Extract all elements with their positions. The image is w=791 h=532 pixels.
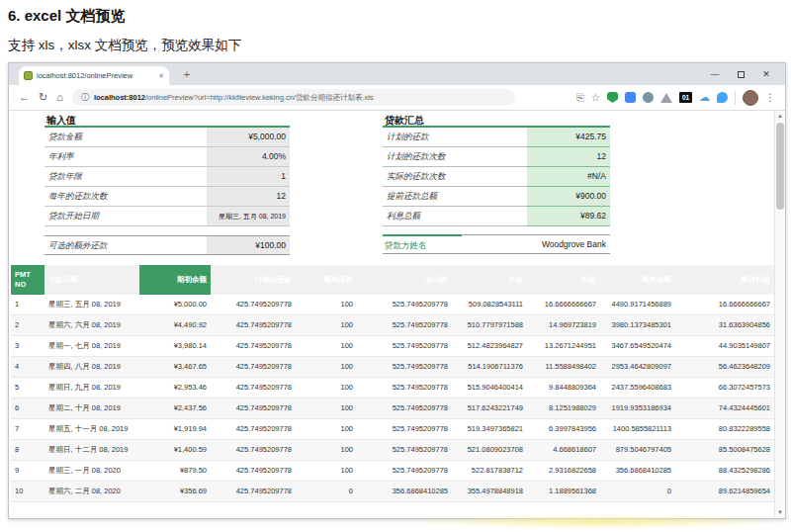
new-tab-button[interactable]: + bbox=[179, 67, 195, 83]
shield-extension-icon[interactable] bbox=[607, 92, 618, 103]
close-button[interactable]: ✕ bbox=[753, 63, 779, 85]
schedule-cell: 425.7495209778 bbox=[211, 440, 296, 461]
input-row: 贷款开始日期星期三, 五月 08, 2019 bbox=[44, 207, 290, 226]
schedule-cell: ¥356.69 bbox=[139, 482, 211, 502]
field-value: 1 bbox=[207, 167, 290, 186]
extra-payment-value: ¥100.00 bbox=[207, 236, 290, 254]
field-value: 星期三, 五月 08, 2019 bbox=[207, 207, 290, 225]
vertical-scrollbar[interactable]: ▲ ▼ bbox=[774, 111, 785, 518]
summary-row: 计划的还款次数12 bbox=[383, 147, 610, 167]
profile-avatar[interactable] bbox=[743, 90, 758, 106]
schedule-cell: 66.3072457573 bbox=[675, 378, 774, 399]
schedule-cell: 525.7495209778 bbox=[357, 295, 452, 315]
scrollbar-up-icon[interactable]: ▲ bbox=[775, 111, 785, 122]
schedule-cell: 星期六, 六月 08, 2019 bbox=[44, 315, 139, 336]
field-label: 实际的还款次数 bbox=[383, 167, 527, 186]
pmt-no-cell: 8 bbox=[11, 440, 44, 461]
menu-dots-icon[interactable]: ⋮ bbox=[765, 93, 775, 103]
schedule-cell: 88.4325298286 bbox=[675, 461, 774, 482]
schedule-cell: ¥1,919.94 bbox=[139, 419, 211, 440]
schedule-cell: 星期五, 十一月 08, 2019 bbox=[44, 419, 139, 440]
badge-01-extension-icon[interactable]: 01 bbox=[679, 92, 692, 103]
schedule-cell: 525.7495209778 bbox=[357, 315, 452, 336]
circle-extension-icon[interactable] bbox=[643, 92, 654, 103]
schedule-cell: 1400.5855821113 bbox=[600, 419, 675, 440]
field-label: 利息总额 bbox=[383, 207, 527, 225]
field-label: 提前还款总额 bbox=[383, 187, 527, 206]
docs-extension-icon[interactable] bbox=[625, 92, 636, 103]
schedule-cell: 425.7495209778 bbox=[211, 336, 296, 357]
field-value: 12 bbox=[207, 187, 290, 206]
amortization-schedule-table: PMT NO付款日期期初余额计划的还款额外还款总付款本金利息期末余额累计利息 1… bbox=[11, 265, 774, 502]
bookmark-star-icon[interactable]: ☆ bbox=[591, 93, 600, 103]
schedule-cell: 425.7495209778 bbox=[211, 419, 296, 440]
schedule-cell: 16.6666666667 bbox=[675, 295, 774, 315]
schedule-cell: 16.6666666667 bbox=[527, 295, 600, 315]
maximize-button[interactable] bbox=[728, 63, 753, 85]
url-host: localhost:8012 bbox=[94, 93, 145, 102]
loan-summary-table: 计划的还款¥425.75计划的还款次数12实际的还款次数#N/A提前还款总额¥9… bbox=[383, 126, 610, 226]
home-icon[interactable]: ⌂ bbox=[56, 92, 63, 103]
schedule-cell: 100 bbox=[296, 378, 357, 399]
doc-heading: 6. excel 文档预览 bbox=[8, 7, 125, 26]
minimize-button[interactable]: — bbox=[702, 63, 728, 85]
schedule-cell: 3467.6549520474 bbox=[600, 336, 675, 357]
bird-extension-icon[interactable] bbox=[717, 92, 728, 103]
address-bar[interactable]: ⓘ localhost:8012/onlinePreview?url=http:… bbox=[72, 89, 515, 106]
schedule-row: 9星期三, 一月 08, 2020¥879.50425.749520977810… bbox=[11, 461, 774, 482]
schedule-cell: 514.1906711376 bbox=[452, 357, 527, 378]
schedule-row: 4星期四, 八月 08, 2019¥3,467.65425.7495209778… bbox=[11, 357, 774, 378]
schedule-col-header: 总付款 bbox=[357, 265, 452, 295]
scrollbar-down-icon[interactable]: ▼ bbox=[775, 507, 785, 518]
schedule-col-header: 期初余额 bbox=[139, 265, 211, 295]
schedule-cell: 100 bbox=[296, 461, 357, 482]
schedule-cell: 425.7495209778 bbox=[211, 357, 296, 378]
lender-label: 贷款方姓名 bbox=[383, 234, 462, 254]
schedule-cell: 525.7495209778 bbox=[357, 336, 452, 357]
schedule-cell: 星期四, 八月 08, 2019 bbox=[44, 357, 139, 378]
input-row: 贷款年限1 bbox=[44, 167, 290, 187]
schedule-cell: 56.4623648209 bbox=[675, 357, 774, 378]
schedule-cell: 509.0828543111 bbox=[452, 295, 527, 315]
field-value: 4.00% bbox=[207, 147, 290, 166]
schedule-row: 3星期一, 七月 08, 2019¥3,980.14425.7495209778… bbox=[11, 336, 774, 357]
toolbar-separator bbox=[735, 91, 736, 105]
field-label: 计划的还款 bbox=[383, 128, 527, 146]
schedule-cell: 9.8448809364 bbox=[527, 378, 600, 399]
schedule-cell: 1.1889561368 bbox=[527, 482, 600, 502]
cloud-extension-icon[interactable]: ☁ bbox=[699, 92, 710, 103]
schedule-cell: ¥1,400.59 bbox=[139, 440, 211, 461]
input-row: 贷款金额¥5,000.00 bbox=[44, 128, 290, 147]
schedule-cell: 522.817838712 bbox=[452, 461, 527, 482]
schedule-cell: 星期三, 五月 08, 2019 bbox=[44, 295, 139, 315]
browser-tab[interactable]: localhost:8012/onlinePreview ✕ bbox=[19, 66, 169, 85]
field-label: 贷款金额 bbox=[44, 128, 207, 146]
schedule-col-header: 利息 bbox=[527, 265, 600, 295]
scrollbar-thumb[interactable] bbox=[776, 123, 784, 210]
send-to-device-icon[interactable]: ⎘ bbox=[576, 93, 584, 103]
schedule-cell: 525.7495209778 bbox=[357, 357, 452, 378]
schedule-cell: 100 bbox=[296, 440, 357, 461]
schedule-cell: ¥4,490.92 bbox=[139, 315, 211, 336]
schedule-cell: 356.6868410285 bbox=[357, 482, 452, 502]
schedule-cell: 星期二, 十月 08, 2019 bbox=[44, 399, 139, 419]
schedule-cell: 13.2671244951 bbox=[527, 336, 600, 357]
schedule-cell: 100 bbox=[296, 315, 357, 336]
schedule-cell: 80.8322289558 bbox=[675, 419, 774, 440]
triangle-extension-icon[interactable] bbox=[660, 93, 672, 103]
pmt-no-cell: 9 bbox=[11, 461, 44, 482]
schedule-cell: 100 bbox=[296, 419, 357, 440]
summary-row: 利息总额¥89.62 bbox=[383, 207, 610, 226]
input-values-table: 贷款金额¥5,000.00年利率4.00%贷款年限1每年的还款次数12贷款开始日… bbox=[44, 126, 290, 226]
schedule-cell: 517.6243221749 bbox=[452, 399, 527, 419]
site-info-icon[interactable]: ⓘ bbox=[81, 92, 89, 103]
summary-row: 计划的还款¥425.75 bbox=[383, 128, 610, 147]
watermark bbox=[423, 515, 775, 528]
schedule-cell: 100 bbox=[296, 295, 357, 315]
reload-icon[interactable]: ↻ bbox=[39, 92, 47, 103]
back-icon[interactable]: ← bbox=[19, 92, 30, 103]
schedule-cell: ¥3,467.65 bbox=[139, 357, 211, 378]
tab-close-icon[interactable]: ✕ bbox=[158, 72, 164, 80]
pmt-no-cell: 6 bbox=[11, 399, 44, 419]
excel-preview-content: 输入值 贷款金额¥5,000.00年利率4.00%贷款年限1每年的还款次数12贷… bbox=[9, 111, 785, 518]
